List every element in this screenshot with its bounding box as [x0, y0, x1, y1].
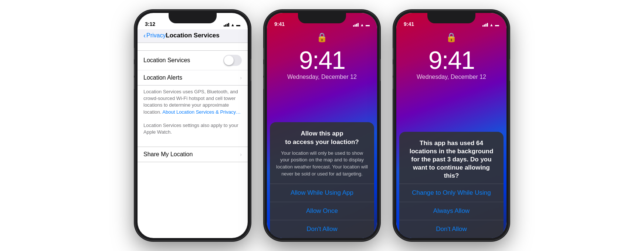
signal-icon-1: [224, 23, 229, 27]
location-alerts-label: Location Alerts: [143, 74, 182, 81]
lock-time-2: 9:41: [299, 46, 345, 74]
phone-permission-1: 9:41 ▲ ▬ 🔒 9:41 Wednesday, December 12: [265, 11, 379, 240]
battery-icon-1: ▬: [236, 23, 240, 27]
wifi-icon-1: ▲: [231, 23, 235, 27]
status-icons-2: ▲ ▬: [353, 23, 370, 27]
lock-date-2: Wednesday, December 12: [287, 74, 357, 80]
lock-time-3: 9:41: [428, 46, 474, 74]
nav-title: Location Services: [166, 32, 220, 39]
alert-buttons-2: Allow While Using App Allow Once Don't A…: [270, 184, 374, 238]
location-services-section: Location Services Location Alerts ›: [138, 50, 248, 86]
signal-icon-2: [353, 23, 359, 27]
alert-buttons-3: Change to Only While Using Always Allow …: [399, 184, 504, 238]
allow-while-using-btn[interactable]: Allow While Using App: [270, 184, 374, 202]
status-icons-1: ▲ ▬: [224, 23, 240, 27]
nav-back-label[interactable]: Privacy: [146, 32, 166, 39]
phone-settings: 3:12 ▲ ▬ ‹ Privacy Location Serv: [135, 11, 250, 240]
location-link[interactable]: About Location Services & Privacy…: [162, 109, 241, 115]
permission-alert-2: Allow this appto access your loaction? Y…: [270, 122, 374, 238]
location-alerts-row[interactable]: Location Alerts ›: [138, 70, 248, 85]
permission-alert-3: This app has used 64 locations in the ba…: [399, 132, 504, 238]
allow-once-btn[interactable]: Allow Once: [270, 202, 374, 220]
lockscreen-2: 🔒 9:41 Wednesday, December 12 Allow this…: [267, 13, 377, 238]
nav-bar: ‹ Privacy Location Services: [138, 29, 248, 43]
status-icons-3: ▲ ▬: [482, 23, 499, 27]
signal-icon-3: [482, 23, 488, 27]
wifi-icon-2: ▲: [360, 23, 364, 27]
battery-icon-3: ▬: [495, 23, 499, 27]
lock-icon-3: 🔒: [446, 32, 457, 43]
phone-permission-2: 9:41 ▲ ▬ 🔒 9:41 Wednesday, December 12: [394, 11, 509, 240]
notch: [169, 13, 217, 23]
back-chevron-icon: ‹: [143, 32, 146, 39]
lock-date-3: Wednesday, December 12: [417, 74, 486, 80]
notch-2: [298, 13, 346, 23]
share-location-section: Share My Location ›: [138, 147, 248, 162]
battery-icon-2: ▬: [366, 23, 370, 27]
alert-message-2: Your location will only be used to show …: [276, 150, 368, 184]
wifi-icon-3: ▲: [489, 23, 494, 27]
always-allow-btn[interactable]: Always Allow: [399, 202, 504, 220]
alert-body-3: This app has used 64 locations in the ba…: [399, 132, 504, 180]
location-description: Location Services uses GPS, Bluetooth, a…: [138, 86, 248, 140]
dont-allow-btn-2[interactable]: Don't Allow: [270, 220, 374, 238]
status-time-2: 9:41: [274, 21, 285, 27]
location-services-toggle[interactable]: [223, 55, 242, 66]
apple-watch-description: Location Services settings also apply to…: [143, 123, 238, 135]
section-gap: [138, 140, 248, 147]
nav-back-button[interactable]: ‹ Privacy: [143, 32, 166, 39]
lock-icon-2: 🔒: [316, 32, 328, 43]
settings-screen: ‹ Privacy Location Services Location Ser…: [138, 29, 248, 238]
settings-content: Location Services Location Alerts › Loca…: [138, 43, 248, 162]
alert-title-2: Allow this appto access your loaction?: [276, 130, 368, 146]
notch-3: [427, 13, 475, 23]
location-services-label: Location Services: [143, 57, 190, 64]
alert-body-2: Allow this appto access your loaction? Y…: [270, 122, 374, 184]
location-services-row[interactable]: Location Services: [138, 51, 248, 70]
change-only-while-using-btn[interactable]: Change to Only While Using: [399, 184, 504, 202]
lockscreen-3: 🔒 9:41 Wednesday, December 12 This app h…: [396, 13, 506, 238]
share-location-label: Share My Location: [143, 151, 193, 158]
share-location-chevron-icon: ›: [240, 151, 242, 157]
status-time-1: 3:12: [145, 21, 155, 27]
dont-allow-btn-3[interactable]: Don't Allow: [399, 220, 504, 238]
status-time-3: 9:41: [404, 21, 414, 27]
alert-title-3: This app has used 64 locations in the ba…: [405, 139, 498, 180]
share-location-row[interactable]: Share My Location ›: [138, 147, 248, 162]
location-alerts-chevron-icon: ›: [240, 75, 242, 81]
